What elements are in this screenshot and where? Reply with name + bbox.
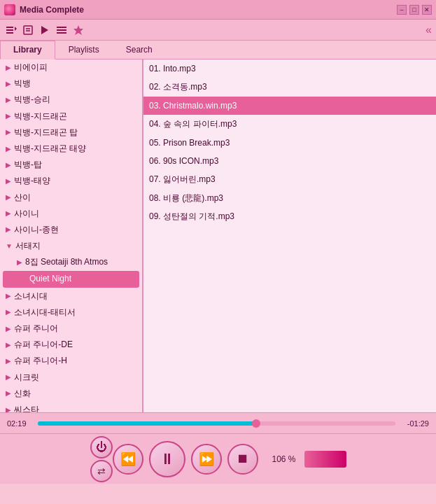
track-item[interactable]: 06. 90s ICON.mp3 (143, 152, 436, 170)
window-controls: – □ ✕ (397, 5, 432, 15)
sidebar-item-label: 사이니 (14, 207, 39, 220)
tree-arrow-icon: ▶ (6, 94, 11, 106)
toolbar-icon-list[interactable] (55, 23, 69, 37)
track-item[interactable]: 09. 성탄절의 기적.mp3 (143, 207, 436, 225)
sidebar-item[interactable]: ▶시크릿 (0, 370, 142, 386)
sidebar-item-label: 서태지 (15, 239, 41, 253)
sidebar-item[interactable]: ▶8집 Seotaiji 8th Atmos (0, 254, 142, 270)
tab-bar: Library Playlists Search (0, 41, 436, 59)
svg-rect-10 (57, 32, 66, 34)
tree-arrow-icon: ▶ (6, 405, 11, 412)
progress-filled (38, 421, 256, 426)
volume-bar[interactable] (304, 451, 346, 468)
sidebar-item[interactable]: ▶산이 (0, 190, 142, 206)
tree-arrow-icon: ▶ (6, 356, 11, 367)
tree-arrow-icon: ▶ (6, 388, 11, 399)
back-arrow-button[interactable]: « (426, 24, 432, 36)
sidebar-item-label: 빅뱅-태양 (14, 174, 50, 188)
sidebar-item-label: 빅뱅-지드래곤 탑 (14, 126, 78, 139)
tree-arrow-icon: ▶ (6, 127, 11, 138)
sidebar-item[interactable]: ▶소녀시대 (0, 288, 142, 304)
track-item[interactable]: 03. Christmalo.win.mp3 (143, 97, 436, 115)
shuffle-button[interactable]: ⇄ (90, 460, 113, 482)
sidebar-item[interactable]: ▶빅뱅-태양 (0, 173, 142, 189)
tree-arrow-icon: ▶ (6, 208, 11, 219)
sidebar-item[interactable]: ▶빅뱅 (0, 76, 142, 92)
main-content: ▶비에이피▶빅뱅▶빅뱅-승리▶빅뱅-지드래곤▶빅뱅-지드래곤 탑▶빅뱅-지드래곤… (0, 59, 436, 412)
sidebar-item-label: 빅뱅-승리 (14, 93, 50, 106)
progress-thumb[interactable] (252, 419, 260, 428)
svg-rect-8 (57, 27, 66, 28)
sidebar-item-label: Quiet Night (29, 272, 71, 286)
svg-rect-9 (57, 29, 66, 31)
tab-search[interactable]: Search (113, 41, 166, 59)
toolbar-icon-1[interactable] (4, 23, 18, 37)
restore-button[interactable]: □ (409, 5, 419, 15)
sidebar-item[interactable]: Quiet Night (3, 271, 139, 287)
sidebar-item[interactable]: ▶비에이피 (0, 59, 142, 76)
tree-arrow-icon: ▶ (6, 307, 11, 318)
sidebar-item[interactable]: ▶씨스타 (0, 402, 142, 412)
rewind-button[interactable]: ⏪ (113, 444, 143, 475)
tab-library[interactable]: Library (0, 41, 55, 59)
track-item[interactable]: 04. 숲 속의 파이터.mp3 (143, 115, 436, 133)
toolbar: « (0, 20, 436, 41)
sidebar-item-label: 빅뱅-탑 (14, 158, 42, 172)
toolbar-icon-3[interactable] (38, 23, 52, 37)
svg-rect-2 (6, 32, 13, 34)
sidebar-item-label: 소녀시대-태티서 (14, 306, 76, 319)
sidebar-item[interactable]: ▶슈퍼 주니어-DE (0, 337, 142, 353)
track-item[interactable]: 07. 잃어버린.mp3 (143, 170, 436, 188)
sidebar-item[interactable]: ▶빅뱅-승리 (0, 92, 142, 108)
sidebar-item-label: 빅뱅 (14, 77, 31, 90)
sidebar: ▶비에이피▶빅뱅▶빅뱅-승리▶빅뱅-지드래곤▶빅뱅-지드래곤 탑▶빅뱅-지드래곤… (0, 59, 143, 412)
toolbar-icon-2[interactable] (21, 23, 35, 37)
track-item[interactable]: 01. Into.mp3 (143, 59, 436, 78)
sidebar-item[interactable]: ▼서태지 (0, 238, 142, 254)
tab-playlists[interactable]: Playlists (55, 41, 113, 59)
close-button[interactable]: ✕ (422, 5, 432, 15)
fast-forward-button[interactable]: ⏩ (191, 444, 222, 475)
sidebar-item[interactable]: ▶슈퍼 주니어-H (0, 353, 142, 369)
toolbar-icon-star[interactable] (71, 23, 85, 37)
play-pause-button[interactable]: ⏸ (149, 441, 185, 477)
app-icon (4, 4, 15, 15)
volume-area: 106 % (272, 451, 346, 468)
sidebar-item-label: 산이 (14, 191, 31, 204)
tree-arrow-icon: ▶ (6, 62, 11, 74)
sidebar-item[interactable]: ▶소녀시대-태티서 (0, 304, 142, 321)
sidebar-item[interactable]: ▶신화 (0, 386, 142, 402)
track-item[interactable]: 05. Prison Break.mp3 (143, 134, 436, 152)
stop-button[interactable]: ⏹ (227, 444, 258, 475)
time-remaining: -01:29 (401, 419, 429, 428)
sidebar-item-label: 8집 Seotaiji 8th Atmos (25, 255, 108, 269)
tree-arrow-icon: ▶ (6, 160, 11, 171)
tree-arrow-icon: ▶ (6, 192, 11, 203)
power-button[interactable]: ⏻ (90, 436, 113, 458)
sidebar-item[interactable]: ▶빅뱅-지드래곤 탑 (0, 125, 142, 141)
tree-arrow-icon: ▶ (6, 323, 11, 335)
sidebar-item-label: 슈퍼 주니어-H (14, 354, 67, 368)
sidebar-item[interactable]: ▶빅뱅-지드래곤 태양 (0, 141, 142, 157)
time-current: 02:19 (7, 419, 32, 428)
sidebar-item[interactable]: ▶사이니-종현 (0, 222, 142, 238)
sidebar-item[interactable]: ▶빅뱅-탑 (0, 157, 142, 173)
svg-rect-4 (24, 26, 32, 34)
svg-rect-1 (6, 29, 13, 31)
progress-bar[interactable] (38, 421, 395, 426)
tree-arrow-icon: ▶ (6, 372, 11, 383)
sidebar-item[interactable]: ▶빅뱅-지드래곤 (0, 108, 142, 125)
sidebar-item[interactable]: ▶슈퍼 주니어 (0, 321, 142, 337)
track-item[interactable]: 08. 비룡 (悲龍).mp3 (143, 189, 436, 207)
app-title: Media Complete (20, 5, 397, 15)
tree-arrow-icon: ▶ (6, 111, 11, 122)
tree-arrow-icon: ▶ (6, 176, 11, 187)
minimize-button[interactable]: – (397, 5, 407, 15)
sidebar-item[interactable]: ▶사이니 (0, 206, 142, 222)
track-item[interactable]: 02. 소격동.mp3 (143, 78, 436, 96)
sidebar-item-label: 씨스타 (14, 403, 39, 412)
svg-marker-11 (73, 25, 83, 35)
tree-arrow-icon: ▶ (17, 257, 22, 268)
tree-arrow-icon: ▶ (6, 290, 11, 302)
sidebar-item-label: 소녀시대 (14, 290, 48, 303)
